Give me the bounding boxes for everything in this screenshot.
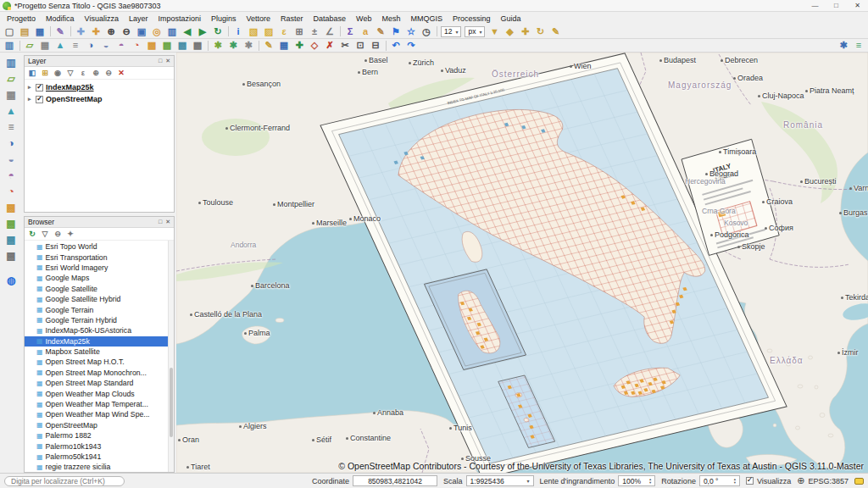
- browser-item[interactable]: ▦ IndexMap-50k-USAstorica: [25, 325, 174, 336]
- menu-item[interactable]: Modifica: [41, 14, 80, 23]
- open-attribute-table[interactable]: ⊞: [292, 25, 307, 38]
- add-vector-layer[interactable]: ▱: [3, 71, 19, 86]
- new-bookmark[interactable]: ⚑: [388, 25, 403, 38]
- vertex-tool[interactable]: ◇: [307, 39, 322, 52]
- label-pin[interactable]: ▼: [487, 25, 502, 38]
- identify-features[interactable]: i: [231, 25, 246, 38]
- menu-item[interactable]: Web: [351, 14, 376, 23]
- menu-item[interactable]: Progetto: [2, 14, 41, 23]
- label-size-combo[interactable]: 12 ▾: [441, 26, 461, 37]
- scale-combo[interactable]: 1:9925436 ▾: [466, 475, 534, 486]
- browser-item[interactable]: ▦ Palermo10k1943: [25, 441, 174, 451]
- browser-item[interactable]: ▦ Google Maps: [25, 273, 174, 283]
- add-vector-layer[interactable]: ▱: [22, 39, 37, 52]
- processing-toolbox[interactable]: ✱: [836, 39, 851, 52]
- locator-input[interactable]: [4, 476, 125, 486]
- expand-all[interactable]: ⊕: [90, 68, 102, 78]
- menu-item[interactable]: MMQGIS: [405, 14, 448, 23]
- menu-item[interactable]: Impostazioni: [153, 14, 206, 23]
- labeling[interactable]: a: [358, 25, 373, 38]
- browser-item[interactable]: ▦ IndexMap25k: [25, 336, 174, 347]
- add-feature[interactable]: ✚: [292, 39, 307, 52]
- browser-item[interactable]: ▦ Mapbox Satellite: [25, 347, 174, 357]
- add-delimited-text-layer[interactable]: ≡: [68, 39, 83, 52]
- float-panel-icon[interactable]: □: [159, 219, 162, 225]
- add-oracle-layer[interactable]: ◔: [129, 39, 144, 52]
- new-shapefile-layer[interactable]: ✱: [210, 39, 225, 52]
- add-spatialite-layer[interactable]: ◒: [98, 39, 114, 52]
- new-project[interactable]: ▢: [2, 25, 17, 38]
- add-oracle-layer[interactable]: ◔: [3, 184, 19, 199]
- zoom-next[interactable]: ▶: [195, 25, 210, 38]
- paste-features[interactable]: ⊟: [368, 39, 383, 52]
- save-edits[interactable]: ▦: [276, 39, 292, 52]
- add-spatialite-layer[interactable]: ◒: [3, 152, 19, 167]
- menu-item[interactable]: Visualizza: [80, 14, 124, 23]
- label-highlight[interactable]: ◆: [502, 25, 517, 38]
- remove-layer[interactable]: ✕: [115, 68, 127, 78]
- manage-map-themes[interactable]: ◉: [52, 68, 64, 78]
- layer-visibility-checkbox[interactable]: ✓: [36, 84, 43, 92]
- add-wfs-layer[interactable]: ▩: [175, 39, 190, 52]
- browser-item[interactable]: ▦ OpenStreetMap: [25, 420, 174, 430]
- add-arcgis-layer[interactable]: ▩: [190, 39, 205, 52]
- add-wcs-layer[interactable]: ▩: [159, 39, 175, 52]
- add-mesh-layer[interactable]: ▲: [3, 103, 19, 119]
- zoom-full[interactable]: ▣: [134, 25, 149, 38]
- menu-item[interactable]: Vettore: [241, 14, 275, 23]
- add-mssql-layer[interactable]: ◓: [114, 39, 129, 52]
- minimize-button[interactable]: —: [804, 0, 826, 11]
- browser-item[interactable]: ▦ Palermo 1882: [25, 430, 174, 441]
- add-wfs-layer[interactable]: ▩: [3, 232, 19, 247]
- browser-item[interactable]: ▦ Google Terrain Hybrid: [25, 315, 174, 325]
- menu-item[interactable]: Raster: [275, 14, 309, 23]
- zoom-in[interactable]: ⊕: [103, 25, 119, 38]
- measure-line[interactable]: ∠: [322, 25, 337, 38]
- browser-item[interactable]: ▦ Open Street Map H.O.T.: [25, 357, 174, 367]
- basemap-svg[interactable]: INDEX TO MAP OF ITALY 1:25,000: [176, 53, 868, 473]
- properties-widget[interactable]: ✦: [64, 229, 76, 239]
- browser-scrollbar[interactable]: [168, 241, 174, 472]
- metasearch[interactable]: ◍: [3, 273, 19, 288]
- expander-icon[interactable]: ▸: [28, 96, 33, 103]
- pan-to-selection[interactable]: ✚: [88, 25, 103, 38]
- browser-item[interactable]: ▦ Google Terrain: [25, 304, 174, 314]
- select-features[interactable]: ▧: [246, 25, 261, 38]
- new-geopackage-layer[interactable]: ✱: [225, 39, 241, 52]
- open-layer-styling[interactable]: ◧: [26, 68, 38, 78]
- add-wms-layer[interactable]: ▩: [3, 200, 19, 215]
- add-group[interactable]: ⊞: [39, 68, 51, 78]
- open-project[interactable]: ▤: [17, 25, 32, 38]
- add-wcs-layer[interactable]: ▩: [3, 216, 19, 231]
- rotation-spinbox[interactable]: 0,0 ° ▴▾: [699, 475, 740, 486]
- maximize-button[interactable]: □: [826, 0, 847, 11]
- scrollbar-thumb[interactable]: [170, 368, 173, 437]
- browser-item[interactable]: ▦ Google Satellite: [25, 284, 174, 294]
- add-mesh-layer[interactable]: ▲: [53, 39, 68, 52]
- add-arcgis-layer[interactable]: ▩: [3, 248, 19, 263]
- pan-map[interactable]: ✚: [73, 25, 88, 38]
- browser-item[interactable]: ▦ Esri Topo World: [25, 241, 174, 252]
- menu-item[interactable]: Mesh: [376, 14, 405, 23]
- add-postgis-layer[interactable]: ◑: [83, 39, 98, 52]
- collapse-all[interactable]: ⊖: [52, 229, 64, 239]
- label-unit-combo[interactable]: px ▾: [465, 26, 485, 37]
- menu-item[interactable]: Database: [309, 14, 352, 23]
- browser-item[interactable]: ▦ Open Weather Map Clouds: [25, 388, 174, 398]
- map-canvas[interactable]: INDEX TO MAP OF ITALY 1:25,000: [176, 53, 868, 473]
- crs-group[interactable]: ⊕ EPSG:3857: [797, 475, 849, 486]
- expander-icon[interactable]: ▸: [28, 84, 33, 91]
- add-postgis-layer[interactable]: ◑: [3, 136, 19, 151]
- browser-item[interactable]: ▦ Open Weather Map Wind Spe...: [25, 409, 174, 419]
- magnifier-spinbox[interactable]: 100% ▴▾: [618, 475, 655, 486]
- browser-item[interactable]: ▦ Palermo50k1941: [25, 452, 174, 462]
- close-button[interactable]: ✕: [847, 0, 868, 11]
- messages-icon[interactable]: [854, 478, 864, 485]
- collapse-all[interactable]: ⊖: [103, 68, 114, 78]
- map-tips[interactable]: ✎: [373, 25, 388, 38]
- style-manager[interactable]: ✎: [53, 25, 68, 38]
- close-panel-icon[interactable]: ✕: [165, 58, 170, 64]
- add-mssql-layer[interactable]: ◓: [3, 168, 19, 183]
- browser-item[interactable]: ▦ Open Weather Map Temperat...: [25, 399, 174, 409]
- layer-item[interactable]: ▸ ✓ IndexMap25k: [25, 81, 174, 93]
